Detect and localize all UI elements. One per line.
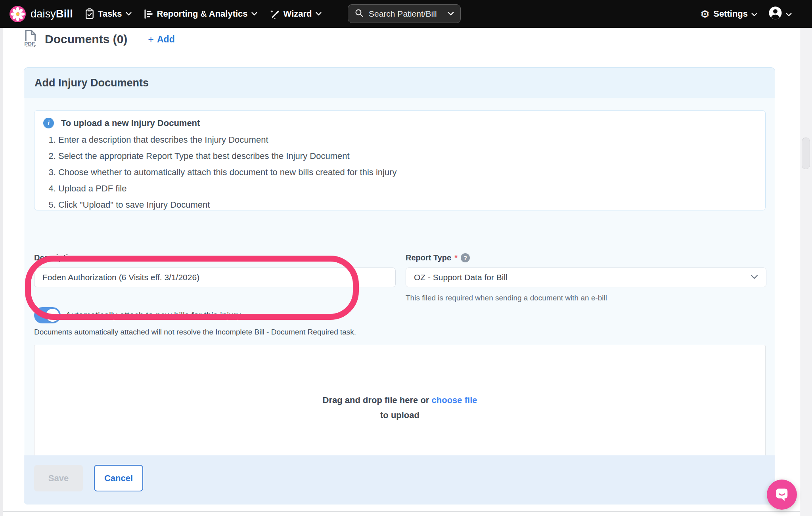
chevron-down-icon [316, 12, 322, 16]
nav-reporting-analytics[interactable]: Reporting & Analytics [144, 9, 257, 19]
instruction-step: Upload a PDF file [58, 183, 756, 194]
save-button[interactable]: Save [34, 465, 83, 491]
clipboard-check-icon [85, 8, 94, 19]
report-type-label: Report Type * ? [406, 253, 470, 262]
auto-attach-label: Automatically attach to new bills for th… [65, 310, 243, 321]
bottom-divider [3, 511, 800, 512]
app-window: daisyBill Tasks [0, 0, 812, 516]
brand-logo[interactable]: daisyBill [10, 6, 73, 22]
panel-header: Add Injury Documents [24, 68, 775, 98]
chevron-down-icon [751, 9, 757, 19]
dropzone-text-line1: Drag and drop file here or choose file [323, 395, 477, 405]
report-type-value: OZ - Support Data for Bill [414, 273, 751, 282]
search-placeholder: Search Patient/Bill [369, 9, 443, 19]
brand-name: daisyBill [31, 8, 73, 20]
chevron-down-icon [786, 9, 792, 19]
chevron-down-icon[interactable] [448, 10, 454, 17]
auto-attach-toggle-row: Automatically attach to new bills for th… [34, 307, 243, 323]
svg-text:PDF: PDF [24, 41, 35, 47]
file-dropzone[interactable]: Drag and drop file here or choose file t… [34, 345, 766, 470]
vertical-scrollbar[interactable] [800, 28, 812, 516]
left-edge-strip [0, 28, 3, 516]
nav-account-menu[interactable] [768, 6, 792, 22]
nav-tasks-label: Tasks [98, 9, 122, 19]
chevron-down-icon [251, 12, 257, 16]
search-icon [354, 8, 364, 19]
toggle-knob [46, 309, 59, 322]
search-patient-bill-input[interactable]: Search Patient/Bill [348, 4, 461, 23]
instructions-title: To upload a new Injury Document [61, 118, 200, 128]
top-navigation: daisyBill Tasks [0, 0, 812, 28]
scrollbar-thumb[interactable] [802, 138, 810, 169]
auto-attach-helper-text: Documents automatically attached will no… [34, 328, 356, 336]
description-input[interactable] [34, 268, 396, 287]
nav-wizard-label: Wizard [283, 9, 312, 19]
report-type-select[interactable]: OZ - Support Data for Bill [406, 268, 766, 287]
chevron-down-icon [126, 12, 132, 16]
nav-wizard[interactable]: Wizard [269, 9, 322, 19]
page-title: Documents (0) [45, 32, 127, 46]
auto-attach-toggle[interactable] [34, 307, 61, 323]
dropzone-text-line2: to upload [380, 410, 419, 420]
required-asterisk: * [454, 253, 458, 262]
nav-reporting-label: Reporting & Analytics [157, 9, 248, 19]
chat-bubble-smile-icon [774, 486, 790, 504]
instruction-step: Select the appropriate Report Type that … [58, 151, 756, 161]
daisybill-logo-icon [10, 6, 26, 22]
chat-widget-button[interactable] [767, 480, 797, 510]
plus-icon: + [148, 34, 154, 45]
description-label: Description [34, 253, 78, 262]
add-document-button[interactable]: + Add [148, 34, 174, 45]
documents-heading-row: PDF Documents (0) + Add [23, 29, 175, 49]
user-avatar-icon [768, 6, 782, 22]
instruction-step: Click "Upload" to save Injury Document [58, 200, 756, 210]
choose-file-link[interactable]: choose file [432, 395, 477, 405]
gear-icon: ⚙ [700, 9, 710, 19]
pdf-file-icon: PDF [23, 29, 38, 49]
magic-wand-icon [269, 9, 280, 19]
bar-chart-icon [144, 9, 153, 19]
panel-footer: Save Cancel [24, 455, 775, 505]
nav-right-cluster: ⚙ Settings [700, 0, 792, 28]
instruction-step: Choose whether to automatically attach t… [58, 167, 756, 178]
nav-settings-label: Settings [713, 9, 748, 19]
upload-instructions-box: i To upload a new Injury Document Enter … [34, 110, 766, 210]
add-label: Add [157, 34, 175, 45]
instructions-list: Enter a description that describes the I… [47, 135, 756, 210]
cancel-button[interactable]: Cancel [94, 465, 143, 491]
panel-title: Add Injury Documents [34, 77, 149, 89]
nav-tasks[interactable]: Tasks [85, 8, 132, 19]
info-circle-icon: i [43, 118, 54, 128]
panel-body: i To upload a new Injury Document Enter … [24, 98, 775, 455]
report-type-helper-text: This filed is required when sending a do… [406, 294, 607, 302]
add-injury-documents-panel: Add Injury Documents i To upload a new I… [24, 67, 775, 505]
instruction-step: Enter a description that describes the I… [58, 135, 756, 145]
chevron-down-icon [751, 274, 758, 281]
question-circle-icon[interactable]: ? [461, 253, 470, 262]
nav-settings[interactable]: ⚙ Settings [700, 9, 757, 19]
